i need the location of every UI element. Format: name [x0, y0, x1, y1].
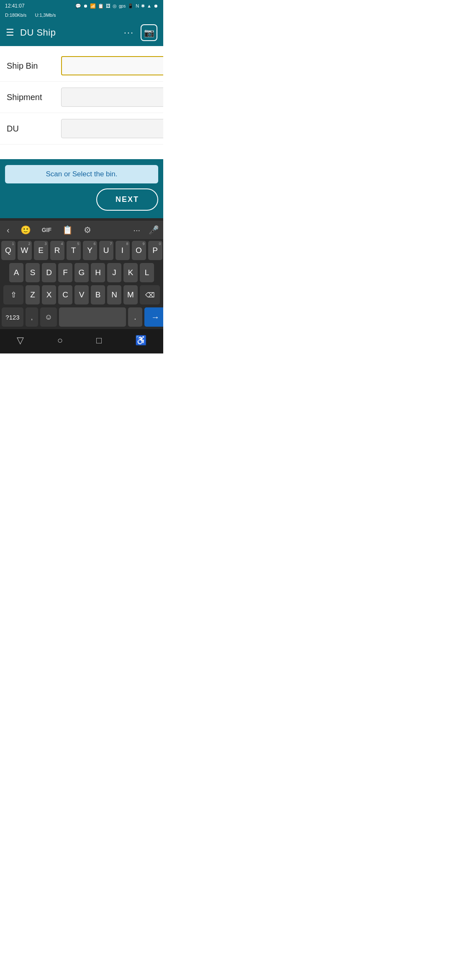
download-speed: D:180Kb/s [5, 13, 26, 18]
scan-hint: Scan or Select the bin. [5, 165, 158, 183]
key-y[interactable]: 6Y [83, 241, 97, 260]
nfc-icon: N [136, 3, 139, 8]
key-b[interactable]: B [91, 285, 105, 304]
space-bar[interactable] [59, 307, 126, 327]
signal-icon: ▲ [147, 3, 152, 8]
settings-icon[interactable]: ⚙ [81, 224, 94, 236]
key-c[interactable]: C [58, 285, 72, 304]
more-kb-icon[interactable]: ··· [131, 224, 143, 236]
photo-icon: 🖼 [106, 3, 110, 8]
more-options-icon[interactable]: ··· [124, 27, 134, 38]
clip-icon: 📋 [98, 3, 104, 9]
wifi-icon: 📶 [90, 3, 96, 9]
enter-key[interactable]: → [144, 307, 163, 327]
keyboard-row-1: 1Q 2W 3E 4R 5T 6Y 7U 8I 9O 0P [2, 241, 162, 260]
record-icon: ⏺ [154, 3, 158, 8]
keyboard-row-3: ⇧ Z X C V B N M ⌫ [2, 285, 162, 304]
shift-key[interactable]: ⇧ [3, 285, 23, 304]
du-label: DU [7, 124, 61, 134]
nav-accessibility-button[interactable]: ♿ [128, 333, 153, 348]
comma-key[interactable]: , [26, 307, 38, 327]
backspace-key[interactable]: ⌫ [140, 285, 160, 304]
app-title: DU Ship [20, 27, 56, 38]
next-button[interactable]: NEXT [96, 188, 158, 211]
key-f[interactable]: F [58, 263, 72, 282]
emoji-key[interactable]: ☺ [40, 307, 57, 327]
whatsapp-icon: 💬 [75, 3, 81, 9]
key-q[interactable]: 1Q [1, 241, 15, 260]
key-w[interactable]: 2W [18, 241, 32, 260]
sticker-icon[interactable]: 🙂 [18, 224, 33, 236]
key-j[interactable]: J [107, 263, 121, 282]
keyboard-toolbar: ‹ 🙂 GIF 📋 ⚙ ··· 🎤 [0, 221, 163, 239]
key-p[interactable]: 0P [148, 241, 162, 260]
shipment-label: Shipment [7, 93, 61, 102]
keyboard-back-icon[interactable]: ‹ [4, 224, 12, 236]
key-e[interactable]: 3E [34, 241, 48, 260]
du-input[interactable] [61, 119, 163, 138]
app-header: ☰ DU Ship ··· 📷 [0, 21, 163, 46]
status-bar: 12:41:07 💬 ⏺ 📶 📋 🖼 ◎ gps 📱 N ✱ ▲ ⏺ [0, 0, 163, 12]
key-g[interactable]: G [74, 263, 89, 282]
speed-label: gps [119, 4, 126, 8]
nav-back-button[interactable]: ▽ [10, 333, 31, 348]
key-o[interactable]: 9O [132, 241, 146, 260]
shipment-input[interactable] [61, 88, 163, 107]
key-s[interactable]: S [26, 263, 40, 282]
key-l[interactable]: L [140, 263, 154, 282]
keyboard-bottom-row: ?123 , ☺ . → [0, 307, 163, 329]
du-row: DU [0, 113, 163, 144]
nav-recent-button[interactable]: □ [90, 333, 108, 348]
key-u[interactable]: 7U [99, 241, 113, 260]
gif-icon[interactable]: GIF [39, 226, 54, 234]
nav-bar: ▽ ○ □ ♿ [0, 329, 163, 353]
key-d[interactable]: D [42, 263, 56, 282]
shipment-row: Shipment [0, 82, 163, 113]
ship-bin-input[interactable] [61, 56, 163, 75]
menu-icon[interactable]: ☰ [6, 27, 14, 38]
phone-icon: 📱 [128, 3, 134, 9]
media-icon: ⏺ [83, 3, 88, 8]
sym-key[interactable]: ?123 [2, 307, 23, 327]
keyboard: ‹ 🙂 GIF 📋 ⚙ ··· 🎤 1Q 2W 3E 4R 5T 6Y 7U 8… [0, 218, 163, 329]
key-t[interactable]: 5T [67, 241, 81, 260]
keyboard-row-2: A S D F G H J K L [2, 263, 162, 282]
key-k[interactable]: K [123, 263, 138, 282]
status-time: 12:41:07 [5, 3, 25, 9]
bluetooth-icon: ✱ [141, 3, 145, 9]
ship-bin-row: Ship Bin [0, 50, 163, 82]
period-key[interactable]: . [128, 307, 142, 327]
key-z[interactable]: Z [26, 285, 40, 304]
network-bar: D:180Kb/s U:1,3Mb/s [0, 12, 163, 21]
key-v[interactable]: V [74, 285, 89, 304]
form-area: Ship Bin Shipment DU [0, 46, 163, 159]
nav-home-button[interactable]: ○ [51, 333, 69, 348]
gps-icon: ◎ [113, 3, 117, 9]
key-r[interactable]: 4R [50, 241, 64, 260]
key-m[interactable]: M [123, 285, 138, 304]
key-x[interactable]: X [42, 285, 56, 304]
camera-button[interactable]: 📷 [141, 24, 157, 41]
ship-bin-label: Ship Bin [7, 61, 61, 71]
mic-icon[interactable]: 🎤 [149, 225, 159, 235]
key-h[interactable]: H [91, 263, 105, 282]
clipboard-icon[interactable]: 📋 [60, 224, 75, 236]
key-n[interactable]: N [107, 285, 121, 304]
bottom-area: Scan or Select the bin. NEXT [0, 159, 163, 218]
key-i[interactable]: 8I [116, 241, 130, 260]
camera-icon: 📷 [144, 28, 154, 38]
upload-speed: U:1,3Mb/s [35, 13, 56, 18]
key-a[interactable]: A [9, 263, 23, 282]
